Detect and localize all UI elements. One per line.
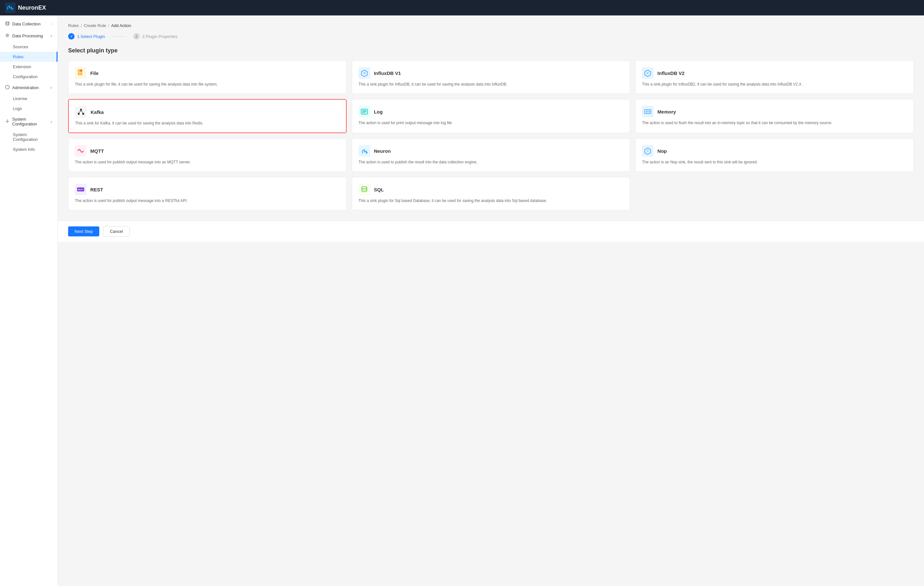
chevron-right-icon: › [51,22,52,26]
sidebar-item-configuration-label: Configuration [13,74,38,79]
svg-point-3 [7,121,8,122]
plugin-card-mqtt-header: MQTT [75,145,340,157]
plugin-neuron-name: Neuron [374,148,391,154]
sidebar-item-rules[interactable]: Rules [0,52,58,62]
plugin-card-memory-header: Memory [642,106,907,118]
step-2: 2 2.Plugin Properties [133,33,178,40]
sidebar-group-data-processing-label: Data Processing [12,33,43,38]
app-logo[interactable]: NeuronEX [5,3,46,13]
plugin-mqtt-name: MQTT [90,148,104,154]
plugin-mqtt-desc: The action is used for publish output me… [75,159,340,165]
svg-point-22 [362,187,367,189]
breadcrumb-current: Add Action [111,23,131,28]
svg-rect-19 [649,111,650,113]
step-1-label: 1.Select Plugin [77,34,105,39]
plugin-card-sql[interactable]: SQL This a sink plugin for Sql based Dat… [352,177,630,210]
kafka-icon [75,106,87,118]
breadcrumb: Rules / Create Rule / Add Action [68,23,914,28]
sidebar-group-system-config-label: System Configuration [12,117,50,126]
plugin-sql-desc: This a sink plugin for Sql based Databas… [358,198,624,204]
sidebar-group-data-processing[interactable]: Data Processing ∨ [0,30,58,42]
sidebar-group-administration-label: Administration [12,85,38,90]
svg-rect-5 [80,70,82,72]
plugin-card-log-header: Log [358,106,624,118]
plugin-rest-name: REST [90,187,103,192]
svg-point-6 [80,109,82,111]
sidebar-item-system-configuration[interactable]: System Configuration [0,130,58,144]
svg-line-9 [79,111,81,113]
svg-point-1 [6,22,9,23]
sidebar-item-extension-label: Extension [13,65,31,69]
plugin-card-file-header: File [75,67,340,79]
plugin-card-kafka[interactable]: Kafka This a sink for Kafka, it can be u… [68,99,346,133]
breadcrumb-sep-2: / [108,23,109,28]
sidebar-item-system-info[interactable]: System Info [0,144,58,154]
plugin-grid: File This a sink plugin for file, it can… [68,60,914,210]
step-2-circle: 2 [133,33,140,40]
rest-icon: REST [75,184,86,195]
sidebar-item-license-label: License [13,96,27,101]
plugin-card-influxdb-v2-header: InfluxDB V2 [642,67,907,79]
svg-text:REST: REST [78,189,84,191]
sidebar-item-configuration[interactable]: Configuration [0,72,58,82]
plugin-card-kafka-header: Kafka [75,106,340,118]
step-1-circle: ✓ [68,33,74,40]
plugin-card-influxdb-v1[interactable]: InfluxDB V1 This a sink plugin for Influ… [352,60,630,94]
mqtt-icon [75,145,86,157]
plugin-influxdb-v1-desc: This a sink plugin for InfluxDB, it can … [358,81,624,87]
plugin-nop-name: Nop [657,148,667,154]
plugin-log-desc: The action is used for print output mess… [358,120,624,126]
plugin-influxdb-v2-desc: This a sink plugin for InfluxDB2, it can… [642,81,907,87]
sidebar-item-logs-label: Logs [13,106,22,111]
step-1: ✓ 1.Select Plugin [68,33,105,40]
breadcrumb-create-rule[interactable]: Create Rule [84,23,106,28]
plugin-nop-desc: The action is an Nop sink, the result se… [642,159,907,165]
plugin-file-desc: This a sink plugin for file, it can be u… [75,81,340,87]
influx-v1-icon [358,67,370,79]
breadcrumb-rules[interactable]: Rules [68,23,79,28]
influx-v2-icon [642,67,653,79]
sidebar-item-sources-label: Sources [13,45,28,49]
plugin-card-mqtt[interactable]: MQTT The action is used for publish outp… [68,138,346,172]
sidebar-group-data-collection[interactable]: Data Collection › [0,18,58,30]
plugin-neuron-desc: The action is used to publish the result… [358,159,624,165]
app-name: NeuronEX [18,5,46,11]
svg-line-10 [81,111,83,113]
next-step-button[interactable]: Next Step [68,227,99,237]
svg-point-2 [7,35,8,36]
plugin-card-file[interactable]: File This a sink plugin for file, it can… [68,60,346,94]
sidebar-item-logs[interactable]: Logs [0,104,58,114]
sidebar-group-system-config[interactable]: System Configuration ∨ [0,114,58,130]
plugin-memory-desc: The action is used to flush the result i… [642,120,907,126]
plugin-card-log[interactable]: Log The action is used for print output … [352,99,630,133]
plugin-card-sql-header: SQL [358,184,624,195]
plugin-card-nop-header: Nop [642,145,907,157]
page-title: Select plugin type [68,47,914,54]
plugin-card-influxdb-v1-header: InfluxDB V1 [358,67,624,79]
breadcrumb-sep-1: / [81,23,82,28]
sidebar-group-administration[interactable]: Administration ∨ [0,82,58,94]
cancel-button[interactable]: Cancel [103,226,129,237]
sidebar-item-license[interactable]: License [0,94,58,104]
log-icon [358,106,370,118]
sidebar-item-extension[interactable]: Extension [0,62,58,72]
sidebar-section-administration: Administration ∨ License Logs [0,82,58,114]
bottom-actions: Next Step Cancel [58,221,924,242]
neuron-icon [358,145,370,157]
sidebar: Data Collection › Data Processing ∨ Sour… [0,15,58,586]
plugin-card-memory[interactable]: Memory The action is used to flush the r… [635,99,914,133]
sql-icon [358,184,370,195]
plugin-card-influxdb-v2[interactable]: InfluxDB V2 This a sink plugin for Influ… [635,60,914,94]
file-icon [75,67,86,79]
plugin-card-rest[interactable]: REST REST The action is used for publish… [68,177,346,210]
plugin-card-nop[interactable]: Nop The action is an Nop sink, the resul… [635,138,914,172]
chevron-down-icon-sys: ∨ [50,120,52,124]
sidebar-item-sources[interactable]: Sources [0,42,58,52]
admin-icon [5,85,10,90]
sidebar-section-data-collection: Data Collection › [0,18,58,30]
database-icon [5,21,10,27]
sidebar-section-system-config: System Configuration ∨ System Configurat… [0,114,58,154]
svg-rect-18 [647,111,648,113]
plugin-card-neuron[interactable]: Neuron The action is used to publish the… [352,138,630,172]
plugin-influxdb-v1-name: InfluxDB V1 [374,70,401,76]
